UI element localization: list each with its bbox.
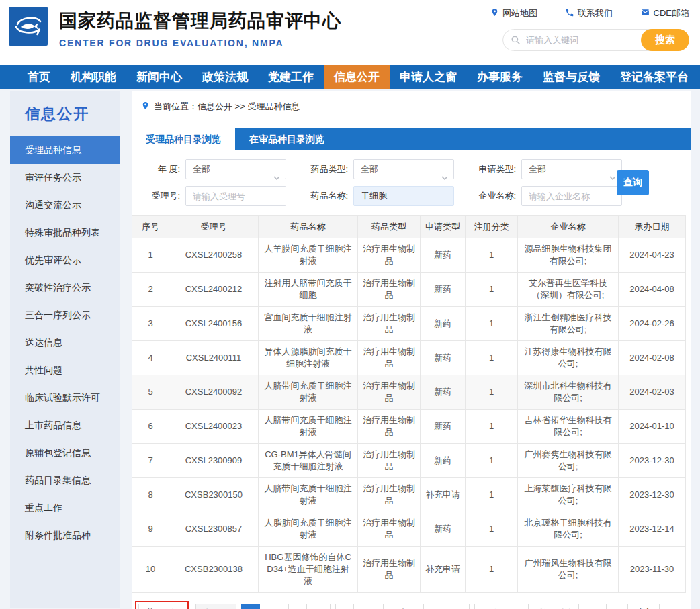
table-cell: 2023-12-30 bbox=[619, 478, 686, 512]
table-cell: 2024-02-03 bbox=[619, 375, 686, 410]
sidebar-item-5[interactable]: 优先审评公示 bbox=[10, 246, 120, 274]
nav-item-8[interactable]: 办事服务 bbox=[467, 65, 533, 89]
apply-type-select[interactable]: 全部 bbox=[521, 159, 622, 179]
query-button[interactable]: 查询 bbox=[617, 170, 649, 195]
header-right: 网站地图联系我们CDE邮箱 搜索 bbox=[488, 7, 689, 51]
tab-2[interactable]: 在审品种目录浏览 bbox=[235, 128, 339, 150]
sidebar-item-7[interactable]: 三合一序列公示 bbox=[10, 301, 120, 329]
nav-item-7[interactable]: 申请人之窗 bbox=[390, 65, 467, 89]
sidebar-item-2[interactable]: 审评任务公示 bbox=[10, 164, 120, 191]
table-cell: 7 bbox=[132, 444, 169, 478]
page-button-2[interactable]: 2 bbox=[265, 604, 283, 609]
cde-logo-icon[interactable] bbox=[9, 7, 48, 46]
nav-item-5[interactable]: 党建工作 bbox=[258, 65, 324, 89]
year-select[interactable]: 全部 bbox=[185, 159, 286, 179]
sidebar-item-10[interactable]: 临床试验默示许可 bbox=[10, 384, 120, 412]
drug-name-input[interactable] bbox=[353, 186, 454, 206]
table-cell: 浙江生创精准医疗科技有限公司; bbox=[518, 307, 619, 341]
quick-link[interactable]: CDE邮箱 bbox=[640, 7, 689, 19]
sidebar-item-13[interactable]: 药品目录集信息 bbox=[10, 467, 120, 494]
table-cell: 治疗用生物制品 bbox=[358, 341, 421, 375]
acceptance-no-input[interactable] bbox=[185, 186, 286, 206]
page-button-1[interactable]: 1 bbox=[241, 604, 260, 609]
page-size-select[interactable]: 10 条/页 bbox=[474, 604, 529, 609]
next-page-button[interactable]: 下一页 bbox=[429, 604, 470, 609]
site-search: 搜索 bbox=[502, 29, 689, 51]
table-row: 6CXSL2400023人脐带间充质干细胞注射液治疗用生物制品新药1吉林省拓华生… bbox=[132, 410, 686, 444]
nav-item-4[interactable]: 政策法规 bbox=[192, 65, 258, 89]
table-cell: 1 bbox=[466, 410, 518, 444]
table-cell: 新药 bbox=[421, 238, 466, 273]
table-cell: 2024-04-08 bbox=[619, 273, 686, 307]
sidebar-item-12[interactable]: 原辅包登记信息 bbox=[10, 439, 120, 467]
tab-1[interactable]: 受理品种目录浏览 bbox=[132, 128, 235, 150]
quick-link[interactable]: 联系我们 bbox=[565, 7, 613, 19]
quick-link-label: 联系我们 bbox=[578, 7, 613, 19]
sidebar-title: 信息公开 bbox=[10, 91, 120, 136]
last-page-button[interactable]: 至末页 bbox=[383, 604, 424, 609]
page-ellipsis[interactable]: ... bbox=[359, 604, 378, 609]
nav-item-2[interactable]: 机构职能 bbox=[60, 65, 126, 89]
table-cell: CXSL2300909 bbox=[169, 444, 259, 478]
table-cell: 5 bbox=[132, 375, 169, 410]
sidebar-item-4[interactable]: 特殊审批品种列表 bbox=[10, 219, 120, 246]
page-button-5[interactable]: 5 bbox=[335, 604, 354, 609]
table-cell: 1 bbox=[466, 512, 518, 547]
apply-type-filter: 申请类型: 全部 bbox=[472, 159, 622, 179]
confirm-button[interactable]: 确定 bbox=[627, 604, 660, 609]
goto-page-input[interactable] bbox=[578, 604, 607, 609]
page-button-4[interactable]: 4 bbox=[312, 604, 331, 609]
nav-item-3[interactable]: 新闻中心 bbox=[126, 65, 192, 89]
acceptance-no-filter: 受理号: bbox=[136, 186, 286, 206]
table-header-cell: 承办日期 bbox=[619, 216, 686, 238]
table-header-cell: 受理号 bbox=[169, 216, 259, 238]
table-cell: 新药 bbox=[421, 512, 466, 547]
table-cell: CXSB2300150 bbox=[169, 478, 259, 512]
nav-item-6[interactable]: 信息公开 bbox=[324, 65, 390, 89]
nav-item-1[interactable]: 首页 bbox=[17, 65, 60, 89]
sidebar-item-1[interactable]: 受理品种信息 bbox=[10, 136, 120, 164]
table-cell: 3 bbox=[132, 307, 169, 341]
sidebar-item-6[interactable]: 突破性治疗公示 bbox=[10, 274, 120, 301]
sidebar-item-8[interactable]: 送达信息 bbox=[10, 329, 120, 357]
table-cell: 江苏得康生物科技有限公司; bbox=[518, 341, 619, 375]
drug-name-label: 药品名称: bbox=[304, 190, 348, 202]
acceptance-no-label: 受理号: bbox=[136, 190, 180, 202]
drug-type-select[interactable]: 全部 bbox=[353, 159, 454, 179]
page-numbers: 12345 bbox=[241, 604, 354, 609]
chevron-down-icon bbox=[273, 168, 280, 187]
table-cell: 治疗用生物制品 bbox=[358, 238, 421, 273]
table-cell: 2 bbox=[132, 273, 169, 307]
table-cell: 2024-02-08 bbox=[619, 341, 686, 375]
apply-type-label: 申请类型: bbox=[472, 163, 516, 175]
year-label: 年 度: bbox=[136, 163, 180, 175]
nav-item-10[interactable]: 登记备案平台 bbox=[610, 65, 699, 89]
table-cell: 注射用人脐带间充质干细胞 bbox=[259, 273, 358, 307]
page-button-3[interactable]: 3 bbox=[288, 604, 307, 609]
search-button[interactable]: 搜索 bbox=[641, 29, 689, 51]
sidebar-item-3[interactable]: 沟通交流公示 bbox=[10, 191, 120, 219]
table-cell: 9 bbox=[132, 512, 169, 547]
prev-page-button[interactable]: 上一页 bbox=[195, 604, 236, 609]
sidebar-item-15[interactable]: 附条件批准品种 bbox=[10, 522, 120, 549]
table-cell: 艾尔普再生医学科技（深圳）有限公司; bbox=[518, 273, 619, 307]
table-cell: 新药 bbox=[421, 341, 466, 375]
table-cell: 治疗用生物制品 bbox=[358, 375, 421, 410]
table-cell: 1 bbox=[466, 341, 518, 375]
table-cell: 新药 bbox=[421, 375, 466, 410]
sidebar-item-11[interactable]: 上市药品信息 bbox=[10, 412, 120, 439]
table-cell: CG-BM1异体人骨髓间充质干细胞注射液 bbox=[259, 444, 358, 478]
table-cell: 源品细胞生物科技集团有限公司; bbox=[518, 238, 619, 273]
filter-row-2: 受理号: 药品名称: 企业名称: bbox=[136, 186, 691, 206]
site-title: 国家药品监督管理局药品审评中心 bbox=[59, 9, 341, 33]
table-row: 3CXSL2400156宫血间充质干细胞注射液治疗用生物制品新药1浙江生创精准医… bbox=[132, 307, 686, 341]
pagination: 共 97 条 上一页 12345 ... 至末页 下一页 10 条/页 到第 页… bbox=[135, 601, 691, 609]
quick-link[interactable]: 网站地图 bbox=[490, 7, 537, 19]
table-cell: 8 bbox=[132, 478, 169, 512]
nav-item-9[interactable]: 监督与反馈 bbox=[533, 65, 610, 89]
sidebar-item-9[interactable]: 共性问题 bbox=[10, 357, 120, 384]
sidebar-item-14[interactable]: 重点工作 bbox=[10, 494, 120, 522]
drug-name-filter: 药品名称: bbox=[304, 186, 454, 206]
company-input[interactable] bbox=[521, 186, 622, 206]
table-cell: 10 bbox=[132, 547, 169, 593]
